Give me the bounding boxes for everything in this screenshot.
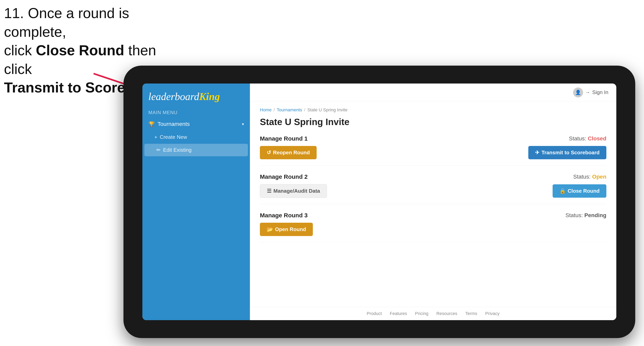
sign-in-label: → [585, 89, 590, 95]
breadcrumb-sep2: / [304, 107, 305, 113]
footer-terms[interactable]: Terms [466, 311, 477, 316]
round-2-status: Status: Open [573, 173, 606, 180]
sidebar-item-edit-existing[interactable]: ✏ Edit Existing [144, 144, 248, 156]
close-round-label: Close Round [568, 188, 600, 194]
breadcrumb-tournaments[interactable]: Tournaments [277, 107, 302, 113]
round-1-status: Status: Closed [569, 135, 606, 142]
transmit-label: Transmit to Scoreboard [542, 150, 600, 156]
logo-king-text: King [199, 91, 220, 102]
round-3-status: Status: Pending [566, 212, 606, 218]
breadcrumb-current: State U Spring Invite [307, 107, 348, 113]
instruction-line1: 11. Once a round is complete, [4, 5, 129, 40]
round-3-title: Manage Round 3 [260, 212, 308, 219]
round-2-section: Manage Round 2 Status: Open ☰ Manage/Aud… [260, 173, 606, 204]
instruction-close-round: Close Round [36, 42, 124, 58]
round-1-title: Manage Round 1 [260, 135, 308, 142]
round-2-status-value: Open [592, 173, 606, 180]
round-1-status-value: Closed [588, 135, 606, 142]
chevron-down-icon: ▾ [242, 122, 244, 127]
sidebar-section-label: MAIN MENU [142, 108, 250, 117]
manage-audit-data-button[interactable]: ☰ Manage/Audit Data [260, 184, 327, 198]
page-title: State U Spring Invite [260, 117, 606, 127]
breadcrumb-sep1: / [274, 107, 275, 113]
reopen-round-button[interactable]: ↺ Reopen Round [260, 146, 316, 159]
app-layout: leaderboardKing MAIN MENU 🏆 Tournaments … [142, 84, 616, 320]
open-icon: 📂 [267, 226, 273, 232]
sign-in-text: Sign In [592, 89, 608, 95]
top-bar: 👤 → Sign In [250, 84, 616, 101]
create-new-label: Create New [160, 134, 187, 140]
audit-icon: ☰ [267, 188, 272, 194]
footer-features[interactable]: Features [390, 311, 407, 316]
transmit-to-scoreboard-button[interactable]: ✈ Transmit to Scoreboard [528, 146, 606, 159]
lock-icon: 🔒 [559, 188, 566, 194]
plus-icon: + [154, 134, 157, 140]
trophy-icon: 🏆 [148, 121, 155, 127]
round-1-section: Manage Round 1 Status: Closed ↺ Reopen R… [260, 135, 606, 166]
round-3-status-value: Pending [584, 212, 606, 218]
footer-product[interactable]: Product [366, 311, 382, 316]
user-icon: 👤 [575, 90, 581, 95]
sidebar-logo: leaderboardKing [142, 84, 250, 108]
transmit-icon: ✈ [535, 150, 540, 156]
footer-resources[interactable]: Resources [436, 311, 457, 316]
tablet-screen: leaderboardKing MAIN MENU 🏆 Tournaments … [142, 84, 616, 320]
instruction-line2-prefix: click [4, 42, 36, 58]
page-content-area: Home / Tournaments / State U Spring Invi… [250, 101, 616, 307]
breadcrumb-home[interactable]: Home [260, 107, 272, 113]
open-round-label: Open Round [275, 226, 306, 232]
sidebar-tournaments-label: Tournaments [158, 121, 190, 127]
footer-privacy[interactable]: Privacy [485, 311, 500, 316]
sign-in-button[interactable]: 👤 → Sign In [573, 87, 608, 97]
main-content: 👤 → Sign In Home / Tournaments / State U [250, 84, 616, 320]
avatar: 👤 [573, 87, 583, 97]
tablet-device: leaderboardKing MAIN MENU 🏆 Tournaments … [124, 66, 635, 338]
round-2-title: Manage Round 2 [260, 173, 308, 180]
open-round-button[interactable]: 📂 Open Round [260, 223, 313, 236]
logo-leader-text: leaderboard [148, 91, 199, 102]
close-round-button[interactable]: 🔒 Close Round [552, 184, 606, 198]
page-footer: Product Features Pricing Resources Terms… [250, 307, 616, 320]
sidebar: leaderboardKing MAIN MENU 🏆 Tournaments … [142, 84, 250, 320]
sidebar-item-tournaments[interactable]: 🏆 Tournaments ▾ [142, 117, 250, 131]
audit-label: Manage/Audit Data [274, 188, 320, 194]
edit-icon: ✏ [156, 147, 161, 153]
round-3-section: Manage Round 3 Status: Pending 📂 Open Ro… [260, 212, 606, 242]
breadcrumb: Home / Tournaments / State U Spring Invi… [260, 107, 606, 113]
edit-existing-label: Edit Existing [163, 147, 192, 153]
sidebar-item-create-new[interactable]: + Create New [142, 131, 250, 143]
footer-pricing[interactable]: Pricing [415, 311, 428, 316]
reopen-label: Reopen Round [273, 150, 310, 156]
reopen-icon: ↺ [267, 150, 271, 156]
